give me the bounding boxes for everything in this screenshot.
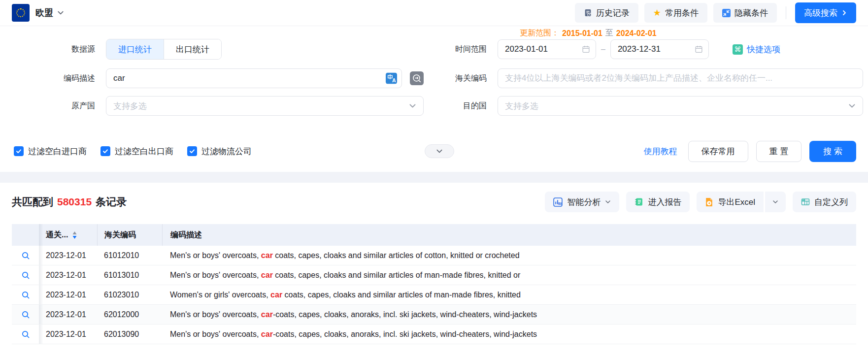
desc-post: coats, capes, cloaks and similar article… [273, 251, 520, 260]
topbar-divider [786, 6, 786, 19]
update-range-label: 更新范围： [520, 28, 559, 38]
tab-export-stats[interactable]: 出口统计 [164, 39, 221, 59]
region-selector[interactable] [57, 9, 64, 16]
smart-analysis-button[interactable]: BI 智能分析 [545, 192, 619, 212]
desc-keyword: car [261, 251, 273, 260]
export-excel-button[interactable]: 导出Excel [697, 192, 764, 212]
cell-date: 2023-12-01 [39, 325, 97, 344]
update-range-start: 2015-01-01 [562, 29, 602, 38]
sort-icon[interactable] [72, 231, 77, 239]
results-toolbar: BI 智能分析 进入报告 导出Excel [545, 192, 856, 212]
row-search-button[interactable] [19, 269, 32, 282]
favorites-button[interactable]: ★ 常用条件 [644, 3, 707, 23]
filter-blank-importer[interactable]: 过滤空白进口商 [14, 146, 87, 157]
history-button[interactable]: 历史记录 [575, 3, 638, 23]
cell-code: 62013090 [97, 325, 162, 344]
desc-post: -coats, capes, cloaks, anoraks, incl. sk… [273, 330, 537, 339]
hs-code-input[interactable] [498, 68, 863, 88]
hs-code-control [498, 68, 863, 88]
check-icon [187, 146, 197, 156]
origin-country-select[interactable]: 支持多选 [106, 96, 424, 116]
start-date-input[interactable] [498, 39, 596, 59]
filter-blank-exporter[interactable]: 过滤空白出口商 [100, 146, 173, 157]
hide-conditions-button[interactable]: 隐藏条件 [713, 3, 777, 23]
form-row-source-time: 数据源 进口统计 出口统计 时间范围 – [0, 39, 868, 60]
tab-import-stats[interactable]: 进口统计 [106, 39, 164, 59]
update-range-to: 至 [605, 28, 613, 38]
row-search-button[interactable] [19, 328, 32, 341]
form-row-country: 原产国 支持多选 目的国 支持多选 [0, 96, 868, 116]
smart-analysis-label: 智能分析 [567, 196, 601, 208]
header-cell-desc: 编码描述 [162, 224, 856, 246]
filter-logistics[interactable]: 过滤物流公司 [187, 146, 252, 157]
history-icon [584, 9, 592, 17]
enter-report-button[interactable]: 进入报告 [626, 192, 690, 212]
filter-label: 过滤空白出口商 [115, 146, 173, 157]
app-page: 欧盟 历史记录 ★ 常用条件 隐藏条件 高级搜索 [0, 0, 868, 358]
results-table: 通关... 海关编码 编码描述 2023-12-01 61012010 Men [12, 224, 856, 344]
fuzzy-match-button[interactable] [410, 71, 424, 85]
desc-pre: Women's or girls' overcoats, [170, 291, 270, 299]
report-icon [634, 197, 643, 206]
desc-post: -coats, capes, cloaks, anoraks, incl. sk… [273, 310, 537, 319]
top-bar: 欧盟 历史记录 ★ 常用条件 隐藏条件 高级搜索 [0, 0, 868, 26]
header-cell-date[interactable]: 通关... [39, 224, 97, 246]
quick-options-button[interactable]: ⌘ 快捷选项 [733, 44, 780, 55]
table-row: 2023-12-01 61013010 Men's or boys' overc… [12, 265, 856, 285]
calendar-icon[interactable] [582, 45, 590, 54]
desc-pre: Men's or boys' overcoats, [170, 271, 261, 280]
collapse-filters-toggle[interactable] [425, 144, 454, 158]
time-range-controls: – ⌘ 快捷选项 [498, 39, 863, 59]
match-summary: 共匹配到 580315 条记录 [12, 195, 127, 209]
calendar-icon[interactable] [695, 45, 703, 54]
custom-columns-icon [801, 197, 810, 206]
table-row: 2023-12-01 61023010 Women's or girls' ov… [12, 285, 856, 305]
chevron-right-icon [841, 10, 847, 16]
tutorial-link[interactable]: 使用教程 [644, 146, 677, 157]
excel-export-icon [705, 197, 713, 207]
cell-date: 2023-12-01 [39, 246, 97, 265]
svg-text:BI: BI [558, 201, 562, 206]
reset-button[interactable]: 重 置 [756, 141, 802, 162]
search-button[interactable]: 搜 索 [809, 141, 856, 162]
filter-label: 过滤空白进口商 [28, 146, 87, 157]
summary-suffix: 条记录 [96, 195, 127, 209]
code-desc-label: 编码描述 [0, 73, 106, 84]
search-icon [21, 310, 30, 319]
row-search-button[interactable] [19, 308, 32, 321]
code-desc-input[interactable] [106, 68, 402, 88]
search-icon [21, 291, 30, 299]
row-search-button[interactable] [19, 289, 32, 301]
time-range-label: 时间范围 [424, 44, 498, 55]
save-favorite-button[interactable]: 保存常用 [688, 141, 748, 162]
custom-columns-button[interactable]: 自定义列 [793, 192, 856, 212]
col-date-label: 通关... [46, 230, 68, 240]
match-count: 580315 [57, 196, 92, 208]
row-search-button[interactable] [19, 249, 32, 262]
cell-code: 61023010 [97, 285, 162, 304]
translate-icon[interactable]: A [386, 73, 397, 84]
search-icon [21, 271, 30, 280]
export-split-button: 导出Excel [697, 192, 786, 212]
fuzzy-match-icon [410, 71, 424, 85]
dest-country-select[interactable]: 支持多选 [498, 96, 863, 116]
advanced-search-button[interactable]: 高级搜索 [795, 2, 856, 23]
form-actions: 使用教程 保存常用 重 置 搜 索 [644, 141, 856, 162]
cell-date: 2023-12-01 [39, 265, 97, 285]
end-date-input[interactable] [610, 39, 709, 59]
origin-country-label: 原产国 [0, 101, 106, 111]
desc-keyword: car [270, 291, 282, 299]
cell-desc: Men's or boys' overcoats, car-coats, cap… [162, 305, 856, 324]
chevron-down-icon [436, 148, 443, 155]
chevron-down-icon [605, 199, 611, 205]
command-icon: ⌘ [733, 44, 743, 55]
export-options-button[interactable] [765, 192, 786, 212]
update-range-end: 2024-02-01 [616, 29, 657, 38]
desc-post: coats, capes, cloaks and similar article… [282, 291, 521, 299]
enter-report-label: 进入报告 [648, 196, 681, 208]
desc-pre: Men's or boys' overcoats, [170, 310, 261, 319]
form-row-code: 编码描述 A 海关编码 [0, 68, 868, 88]
region-selector-label: 欧盟 [35, 7, 53, 19]
results-header: 共匹配到 580315 条记录 BI 智能分析 进入报告 导出Excel [12, 192, 856, 212]
origin-country-placeholder: 支持多选 [113, 100, 162, 112]
